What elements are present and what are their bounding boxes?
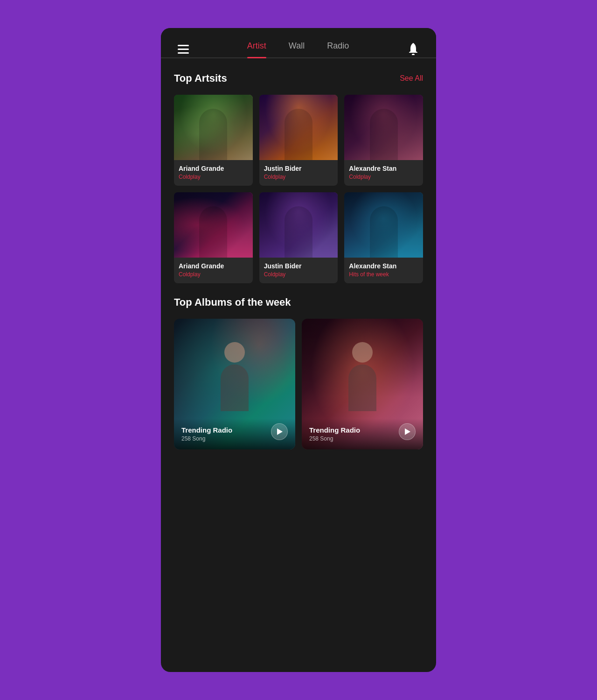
artist-image-4	[174, 192, 253, 258]
play-icon-1	[277, 428, 283, 435]
artist-info-4: Ariand Grande Coldplay	[174, 258, 253, 283]
artist-name-2: Justin Bider	[264, 165, 333, 172]
top-artists-header: Top Artsits See All	[174, 72, 423, 84]
artist-image-3	[344, 95, 423, 160]
artist-card-5[interactable]: Justin Bider Coldplay	[259, 192, 338, 283]
albums-scroll: Trending Radio 258 Song Trending Radio 2	[174, 319, 423, 449]
artist-card-3[interactable]: Alexandre Stan Coldplay	[344, 95, 423, 186]
artist-card-2[interactable]: Justin Bider Coldplay	[259, 95, 338, 186]
svg-point-0	[412, 54, 415, 55]
artist-sub-2: Coldplay	[264, 174, 333, 180]
artist-name-5: Justin Bider	[264, 262, 333, 270]
hamburger-menu[interactable]	[178, 45, 189, 54]
artist-name-3: Alexandre Stan	[349, 165, 418, 172]
artist-sub-6: Hits of the week	[349, 271, 418, 278]
artist-image-2	[259, 95, 338, 160]
tab-artist[interactable]: Artist	[247, 41, 266, 57]
tab-wall[interactable]: Wall	[289, 41, 305, 57]
album-person-1	[216, 342, 253, 426]
main-content: Top Artsits See All Ariand Grande Coldpl…	[161, 58, 436, 463]
tab-radio[interactable]: Radio	[327, 41, 349, 57]
top-albums-section: Top Albums of the week Trending Radio 25…	[174, 296, 423, 449]
artist-sub-4: Coldplay	[179, 271, 248, 278]
album-card-2[interactable]: Trending Radio 258 Song	[302, 319, 423, 449]
bell-icon[interactable]	[407, 42, 419, 57]
artist-image-1	[174, 95, 253, 160]
artists-grid: Ariand Grande Coldplay Justin Bider Cold…	[174, 95, 423, 283]
play-button-1[interactable]	[271, 423, 288, 440]
artist-info-5: Justin Bider Coldplay	[259, 258, 338, 283]
album-person-2	[344, 342, 381, 426]
artist-sub-1: Coldplay	[179, 174, 248, 180]
artist-info-6: Alexandre Stan Hits of the week	[344, 258, 423, 283]
play-button-2[interactable]	[399, 423, 416, 440]
artist-name-4: Ariand Grande	[179, 262, 248, 270]
album-card-1[interactable]: Trending Radio 258 Song	[174, 319, 295, 449]
artist-card-1[interactable]: Ariand Grande Coldplay	[174, 95, 253, 186]
play-icon-2	[405, 428, 410, 435]
album-count-1: 258 Song	[181, 435, 288, 442]
artist-info-2: Justin Bider Coldplay	[259, 160, 338, 186]
artist-sub-5: Coldplay	[264, 271, 333, 278]
phone-frame: Artist Wall Radio Top Artsits See All Ar…	[161, 28, 436, 672]
top-artists-title: Top Artsits	[174, 72, 227, 84]
artist-info-1: Ariand Grande Coldplay	[174, 160, 253, 186]
artist-sub-3: Coldplay	[349, 174, 418, 180]
artist-info-3: Alexandre Stan Coldplay	[344, 160, 423, 186]
nav-bar: Artist Wall Radio	[161, 28, 436, 57]
artist-card-6[interactable]: Alexandre Stan Hits of the week	[344, 192, 423, 283]
artist-name-6: Alexandre Stan	[349, 262, 418, 270]
album-count-2: 258 Song	[309, 435, 416, 442]
artist-image-6	[344, 192, 423, 258]
top-albums-header: Top Albums of the week	[174, 296, 423, 308]
artist-image-5	[259, 192, 338, 258]
top-albums-title: Top Albums of the week	[174, 296, 291, 308]
nav-tabs: Artist Wall Radio	[247, 41, 349, 57]
artist-name-1: Ariand Grande	[179, 165, 248, 172]
artist-card-4[interactable]: Ariand Grande Coldplay	[174, 192, 253, 283]
see-all-artists[interactable]: See All	[400, 74, 423, 83]
